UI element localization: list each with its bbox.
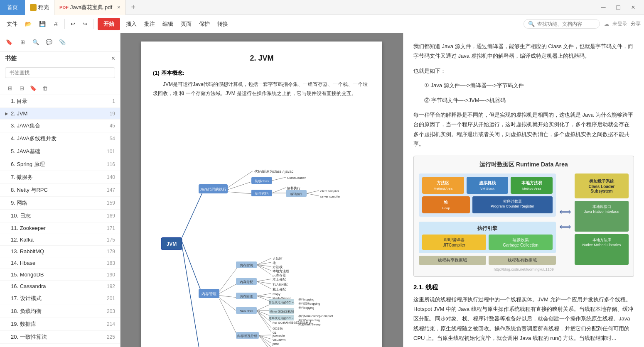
section-21-title: 2.1. 线程	[413, 283, 634, 291]
convert-menu[interactable]: 转换	[214, 19, 231, 29]
new-tab-button[interactable]: +	[126, 0, 141, 15]
right-text-3: 每一种平台的解释器是不同的，但是实现的虚拟机是相同的，这也就是 Java 为什么…	[413, 110, 634, 149]
bookmark-item[interactable]: 18. 负载均衡 203	[0, 305, 120, 318]
edit-menu[interactable]: 编辑	[159, 19, 177, 29]
close-window-button[interactable]: ×	[627, 2, 639, 13]
print-button[interactable]: 🖨	[50, 19, 62, 29]
svg-text:堆: 堆	[272, 261, 276, 265]
pdf-tab[interactable]: PDF Java葵花宝典.pdf ×	[54, 0, 126, 15]
bookmark-item[interactable]: 3. JAVA集合 45	[0, 120, 120, 132]
comment-menu-label: 批注	[144, 20, 155, 28]
bookmark-label: 6. Spring 原理	[11, 161, 103, 168]
start-button[interactable]: 开始	[98, 18, 120, 30]
home-tab[interactable]: 首页	[0, 0, 25, 15]
bookmark-delete-button[interactable]: 🗑	[40, 83, 50, 93]
svg-line-27	[219, 266, 238, 291]
bookmark-item[interactable]: 17. 设计模式 201	[0, 292, 120, 305]
page-menu[interactable]: 页面	[177, 19, 195, 29]
bookmark-item[interactable]: 15. MongoDB 190	[0, 269, 120, 281]
svg-line-12	[228, 192, 253, 194]
close-tab-button[interactable]: ×	[117, 4, 120, 10]
bookmark-item[interactable]: 8. Netty 与RPC 147	[0, 184, 120, 197]
insert-menu-label: 插入	[126, 20, 137, 28]
expand-all-button[interactable]: ⊞	[5, 83, 15, 93]
svg-text:内存分配: 内存分配	[240, 280, 253, 284]
collapse-all-button[interactable]: ⊟	[17, 83, 27, 93]
method-area-box: 方法区Method Area	[422, 177, 464, 194]
bookmark-item[interactable]: 1. 目录 1	[0, 95, 120, 108]
share-label[interactable]: 分享	[631, 20, 641, 27]
bookmark-item[interactable]: 11. Zookeeper 171	[0, 222, 120, 234]
svg-line-7	[228, 181, 253, 190]
bookmark-search-input[interactable]	[5, 67, 115, 78]
svg-text:并行Compacting: 并行Compacting	[298, 319, 320, 322]
svg-line-20	[307, 191, 319, 193]
undo-button[interactable]: ↩	[67, 19, 79, 29]
redo-button[interactable]: ↪	[79, 19, 91, 29]
bookmark-item[interactable]: 9. 网络 159	[0, 197, 120, 210]
pdf-container[interactable]: 2. JVM (1) 基本概念: JVM是可运行Java代码的假想计算机，包括一…	[120, 33, 403, 347]
svg-text:新生代可用的GC ←: 新生代可用的GC ←	[269, 301, 294, 304]
bookmark-item[interactable]: 4. JAVA多线程并发 54	[0, 132, 120, 145]
svg-text:串行Mark-Sweep-Compact: 串行Mark-Sweep-Compact	[298, 315, 333, 318]
bookmark-label: 2. JVM	[11, 110, 103, 117]
bookmark-item[interactable]: ▶ 2. JVM 19	[0, 108, 120, 120]
bookmark-page: 45	[103, 123, 115, 129]
bookmark-item[interactable]: 13. RabbitMQ 179	[0, 246, 120, 257]
bookmark-item[interactable]: 10. 日志 169	[0, 210, 120, 222]
svg-text:GC参数: GC参数	[273, 327, 283, 330]
svg-text:并行回收copying: 并行回收copying	[298, 302, 320, 305]
bookmark-item[interactable]: 19. 数据库 214	[0, 318, 120, 331]
titlebar-controls: ─ □ ×	[597, 2, 644, 13]
mindmap-container: JVM Java代码的执行 代码编译为class / javac 装载class…	[153, 105, 371, 347]
sidebar-tab-bookmarks[interactable]: 🔖	[3, 37, 15, 48]
bookmark-item[interactable]: 12. Kafka 175	[0, 234, 120, 246]
file-menu[interactable]: 文件	[3, 19, 21, 29]
protect-menu[interactable]: 保护	[196, 19, 213, 29]
minimize-button[interactable]: ─	[597, 2, 609, 13]
basic-concept-title: (1) 基本概念:	[153, 69, 371, 77]
bookmark-item[interactable]: 7. 微服务 140	[0, 171, 120, 184]
right-step-2: ② 字节码文件—->JVM—->机器码	[424, 95, 634, 105]
svg-line-30	[257, 258, 271, 265]
program-counter-box: 程序计数器Program Counter Register	[472, 196, 553, 213]
sidebar-tab-comments[interactable]: 💬	[43, 37, 55, 48]
bookmark-item[interactable]: 20. 一致性算法 225	[0, 331, 120, 344]
maximize-button[interactable]: □	[612, 2, 624, 13]
svg-line-74	[257, 310, 271, 332]
bookmark-label: 11. Zookeeper	[11, 225, 103, 231]
svg-line-5	[228, 171, 253, 188]
content-area: 2. JVM (1) 基本概念: JVM是可运行Java代码的假想计算机，包括一…	[120, 33, 644, 347]
comment-menu[interactable]: 批注	[141, 19, 158, 29]
bookmark-page: 201	[103, 296, 115, 301]
search-input[interactable]	[537, 21, 595, 27]
open-button[interactable]: 📂	[22, 19, 35, 29]
bookmark-item[interactable]: 5. JAVA基础 101	[0, 145, 120, 158]
right-panel: 我们都知道 Java 源文件，通过编译器，能够生产相应的 Class 文件，也就…	[403, 33, 644, 347]
sidebar-close-button[interactable]: ×	[111, 55, 115, 62]
svg-text:方法栈: 方法栈	[273, 265, 283, 269]
svg-text:client compiler: client compiler	[320, 190, 339, 193]
svg-text:并发Mark-Sweep: 并发Mark-Sweep	[298, 323, 320, 326]
bookmark-page: 140	[103, 174, 115, 180]
search-box[interactable]: 🔍	[524, 19, 600, 29]
save-button[interactable]: 💾	[36, 19, 49, 29]
insert-menu[interactable]: 插入	[123, 19, 140, 29]
bookmark-add-button[interactable]: 🔖	[28, 83, 38, 93]
wps-tab[interactable]: 稻壳	[25, 0, 54, 15]
sidebar-search-area	[0, 66, 120, 81]
bookmark-item[interactable]: 6. Spring 原理 116	[0, 158, 120, 171]
bookmark-label: 20. 一致性算法	[11, 333, 103, 341]
bookmark-item[interactable]: 21. JAVA算法 232	[0, 344, 120, 347]
edit-menu-label: 编辑	[162, 20, 173, 28]
bookmark-item[interactable]: 16. Cassandra 192	[0, 281, 120, 292]
bookmark-item[interactable]: 14. Hbase 183	[0, 257, 120, 269]
svg-text:内存回收: 内存回收	[240, 295, 253, 298]
sidebar-tab-attachments[interactable]: 📎	[57, 37, 68, 48]
sidebar-tab-search[interactable]: 🔍	[30, 37, 42, 48]
sidebar-tab-thumbnails[interactable]: ⊞	[17, 37, 28, 48]
bookmark-page: 171	[103, 225, 115, 231]
watermark: http://blog.csdn.net/luomingkuL1109	[419, 267, 629, 271]
section-21-text: 这里所说的线程指程序执行过程中的一个线程实体。JVM 允许一个应用并发执行多个线…	[413, 295, 634, 343]
wps-icon	[30, 4, 37, 11]
